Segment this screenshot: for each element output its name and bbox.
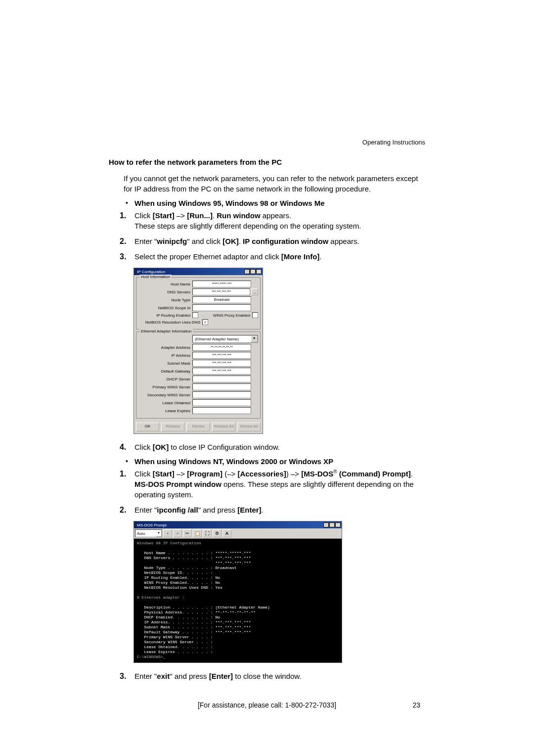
paste-icon[interactable]: 📋 [193, 529, 202, 537]
secondary-wins-field [192, 391, 251, 398]
lease-obtained-field [192, 399, 251, 406]
ipconfig-titlebar: IP Configuration _ □ × [134, 268, 263, 275]
ok-button[interactable]: OK [136, 423, 159, 431]
font-size-combo[interactable]: Auto▼ [135, 529, 162, 537]
minimize-icon[interactable]: _ [323, 522, 329, 527]
adapter-info-legend: Ethernet Adapter Information [139, 329, 193, 333]
release-button[interactable]: Release [161, 423, 184, 431]
dos-titlebar: MS-DOS Prompt _ □ × [134, 521, 342, 528]
host-name-field: *****.*****.*** [192, 281, 251, 287]
toolbar-icon[interactable]: ▫ [163, 529, 172, 537]
dos-title: MS-DOS Prompt [135, 523, 167, 527]
toolbar-icon[interactable]: ▫ [173, 529, 182, 537]
renew-button[interactable]: Renew [186, 423, 210, 431]
close-icon[interactable]: × [335, 522, 341, 527]
renew-all-button[interactable]: Renew All [237, 423, 261, 431]
close-icon[interactable]: × [256, 269, 262, 274]
chevron-down-icon: ▼ [156, 530, 162, 537]
chevron-down-icon: ▼ [251, 335, 258, 342]
host-information-group: Host Information Host Name*****.*****.**… [136, 277, 261, 330]
netbios-scope-field [192, 304, 251, 311]
node-type-field: Broadcast [192, 296, 251, 303]
adapter-select[interactable]: (Ethernet Adapter Name)▼ [192, 335, 258, 343]
dos-terminal[interactable]: Windows 98 IP Configuration Host Name . … [134, 539, 342, 662]
lease-expires-field [192, 407, 251, 414]
maximize-icon[interactable]: □ [250, 269, 256, 274]
wins-proxy-checkbox[interactable] [252, 312, 258, 318]
bullet-winnt-text: When using Windows NT, Windows 2000 or W… [134, 457, 333, 466]
dhcp-server-field [192, 376, 251, 382]
step-4-win9x: Click [OK] to close IP Configuration win… [120, 442, 425, 452]
intro-paragraph: If you cannot get the network parameters… [124, 173, 425, 194]
ip-routing-checkbox[interactable] [192, 312, 198, 318]
step-1-win9x: Click [Start] –> [Run...]. Run window ap… [120, 210, 425, 231]
font-icon[interactable]: A [222, 529, 231, 537]
step-2-winnt: Enter "ipconfig /all" and press [Enter]. [120, 505, 425, 515]
minimize-icon[interactable]: _ [244, 269, 250, 274]
default-gateway-field: ***.***.***.*** [192, 368, 251, 375]
ipconfig-button-row: OK Release Renew Release All Renew All [134, 421, 263, 433]
step-2-win9x: Enter "winipcfg" and click [OK]. IP conf… [120, 236, 425, 246]
primary-wins-field [192, 383, 251, 390]
host-info-legend: Host Information [139, 275, 172, 279]
page-footer: [For assistance, please call: 1-800-272-… [109, 701, 425, 709]
maximize-icon[interactable]: □ [329, 522, 335, 527]
dos-window: MS-DOS Prompt _ □ × Auto▼ ▫ ▫ ✂ 📋 ⛶ ⚙ A … [134, 521, 342, 663]
dns-servers-field: ***.***.***.*** [192, 288, 250, 295]
page-number: 23 [400, 701, 420, 709]
ip-address-field: ***.***.***.*** [192, 352, 251, 359]
release-all-button[interactable]: Release All [212, 423, 235, 431]
running-header: Operating Instructions [109, 139, 425, 146]
ethernet-adapter-group: Ethernet Adapter Information (Ethernet A… [136, 331, 261, 419]
dos-toolbar: Auto▼ ▫ ▫ ✂ 📋 ⛶ ⚙ A [134, 528, 342, 539]
ipconfig-title: IP Configuration [135, 270, 165, 274]
section-title: How to refer the network parameters from… [109, 158, 425, 166]
netbios-dns-checkbox[interactable]: ✓ [202, 319, 208, 325]
bullet-winnt: When using Windows NT, Windows 2000 or W… [124, 457, 425, 466]
fullscreen-icon[interactable]: ⛶ [203, 529, 212, 537]
bullet-win9x: When using Windows 95, Windows 98 or Win… [124, 199, 425, 207]
step-3-win9x: Select the proper Ethernet adaptor and c… [120, 251, 425, 262]
dns-more-button[interactable]: ... [251, 288, 258, 295]
step-3-winnt: Enter "exit" and press [Enter] to close … [120, 671, 425, 681]
bullet-win9x-text: When using Windows 95, Windows 98 or Win… [134, 199, 325, 207]
document-page: Operating Instructions How to refer the … [0, 0, 534, 756]
subnet-mask-field: ***.***.***.*** [192, 360, 251, 367]
adapter-address-field: **-**-**-**-**-** [192, 344, 251, 351]
step-1-note: These steps are slightly different depen… [134, 222, 361, 230]
assistance-text: [For assistance, please call: 1-800-272-… [134, 701, 400, 709]
properties-icon[interactable]: ⚙ [213, 529, 222, 537]
copy-icon[interactable]: ✂ [183, 529, 192, 537]
ipconfig-window: IP Configuration _ □ × Host Information … [134, 268, 263, 434]
step-1-winnt: Click [Start] –> [Program] (–> [Accessor… [120, 469, 425, 500]
